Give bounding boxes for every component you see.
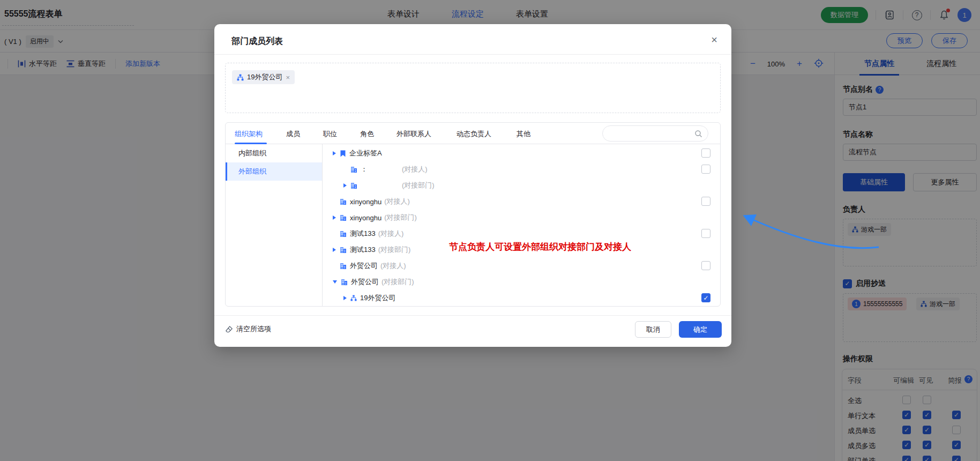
tab-dynamic-owner[interactable]: 动态负责人 [457,129,491,139]
building-icon [341,279,348,286]
eraser-icon [225,325,233,333]
row-checkbox[interactable] [701,261,710,270]
picker-tabs: 组织架构 成员 职位 角色 外部联系人 动态负责人 其他 [226,123,720,144]
confirm-button[interactable]: 确定 [679,321,722,338]
tree-row[interactable]: xinyonghu (对接人) [323,194,721,210]
expand-arrow-icon[interactable] [333,280,337,284]
annotation-text: 节点负责人可设置外部组织对接部门及对接人 [449,241,631,253]
tree-row[interactable]: 外贸公司 (对接人) [323,258,721,274]
selected-items-box: 19外贸公司 × [225,63,721,113]
tab-external-contacts[interactable]: 外部联系人 [397,129,431,139]
building-icon [340,247,347,254]
org-type-menu: 内部组织 外部组织 [226,144,323,307]
org-tree: 企业标签A ： (对接人) (对接部门) [323,144,721,307]
department-member-modal: 部门成员列表 × 19外贸公司 × 组织架构 成员 职位 角色 外部联 [214,24,731,347]
row-checkbox[interactable] [701,293,710,302]
building-icon [350,182,357,189]
expand-arrow-icon[interactable] [343,296,347,300]
divider [214,315,731,316]
row-checkbox[interactable] [701,197,710,206]
row-checkbox[interactable] [701,165,710,174]
expand-arrow-icon [333,232,336,236]
expand-arrow-icon [333,199,336,204]
expand-arrow-icon [343,167,347,172]
expand-arrow-icon[interactable] [333,151,336,155]
tree-row[interactable]: (对接部门) [323,177,721,194]
modal-title: 部门成员列表 [231,36,283,47]
building-icon [340,230,347,237]
tree-row[interactable]: ： (对接人) [323,161,721,177]
tab-roles[interactable]: 角色 [360,129,374,139]
close-icon[interactable]: × [711,34,717,46]
expand-arrow-icon[interactable] [343,183,347,188]
org-icon [237,74,244,81]
bookmark-icon [340,150,346,157]
search-icon [694,130,702,138]
building-icon [340,198,347,205]
menu-item-internal-org[interactable]: 内部组织 [226,144,322,162]
clear-selection-button[interactable]: 清空所选项 [225,324,271,334]
tree-row[interactable]: 企业标签A [323,145,721,161]
tab-members[interactable]: 成员 [286,129,300,139]
tab-org-structure[interactable]: 组织架构 [235,129,263,139]
cancel-button[interactable]: 取消 [635,321,671,338]
row-checkbox[interactable] [701,148,710,158]
building-icon [350,166,357,173]
selected-tag[interactable]: 19外贸公司 × [232,70,295,84]
search-input[interactable] [602,125,708,142]
tab-positions[interactable]: 职位 [323,129,337,139]
expand-arrow-icon [333,264,336,268]
picker-panel: 组织架构 成员 职位 角色 外部联系人 动态负责人 其他 内部组织 外部组织 [225,122,721,307]
building-icon [340,214,347,221]
tree-row[interactable]: 外贸公司 (对接部门) [323,274,721,290]
row-checkbox[interactable] [701,229,710,238]
org-icon [350,295,357,301]
expand-arrow-icon[interactable] [333,215,336,220]
tree-row[interactable]: xinyonghu (对接部门) [323,210,721,226]
expand-arrow-icon[interactable] [333,248,336,252]
remove-tag-icon[interactable]: × [286,73,290,81]
tab-other[interactable]: 其他 [517,129,530,139]
tree-row[interactable]: 测试133 (对接人) [323,226,721,242]
divider [214,54,731,55]
tree-row[interactable]: 19外贸公司 [323,290,721,306]
menu-item-external-org[interactable]: 外部组织 [226,162,322,181]
building-icon [340,263,347,270]
app-root: 55555流程表单 表单设计 流程设定 表单设置 数据管理 ? [0,0,980,461]
